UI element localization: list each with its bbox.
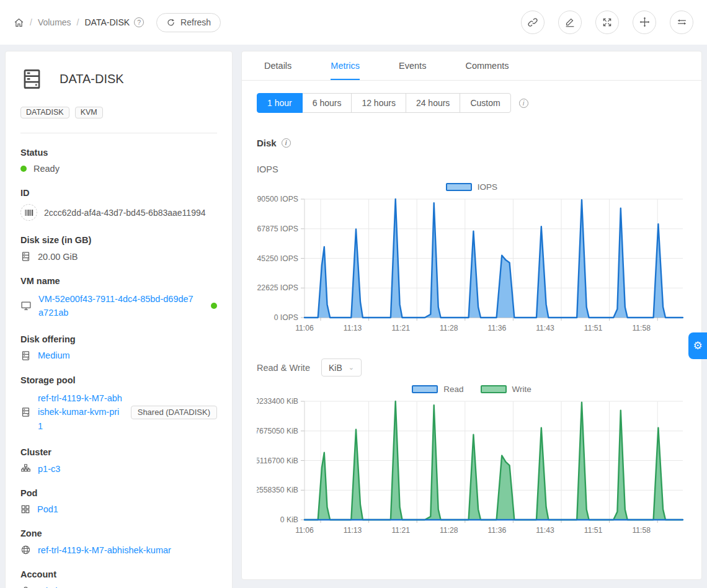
field-label: Zone <box>20 528 217 538</box>
svg-text:11:43: 11:43 <box>536 324 554 332</box>
hdd-icon <box>20 68 43 91</box>
settings-flyout-button[interactable]: ⚙ <box>688 332 707 359</box>
top-header: / Volumes / DATA-DISK ? Refresh <box>0 0 707 45</box>
unit-select[interactable]: KiB ⌄ <box>321 359 362 376</box>
breadcrumb: / Volumes / DATA-DISK ? Refresh <box>14 13 221 32</box>
time-range-24hours[interactable]: 24 hours <box>406 93 460 113</box>
tab-metrics[interactable]: Metrics <box>331 51 360 80</box>
field-label: Pod <box>20 488 217 498</box>
time-range-6hours[interactable]: 6 hours <box>302 93 352 113</box>
tab-details[interactable]: Details <box>264 51 291 80</box>
resize-icon <box>602 17 613 28</box>
read-legend-swatch <box>412 385 438 393</box>
migrate-icon <box>676 16 688 28</box>
iops-legend-swatch <box>446 183 472 191</box>
breadcrumb-separator: / <box>30 17 32 27</box>
attach-volume-button[interactable] <box>521 11 545 34</box>
svg-text:11:51: 11:51 <box>584 526 603 535</box>
tab-comments[interactable]: Comments <box>465 51 509 80</box>
hdd-icon <box>20 251 31 262</box>
field-status: Status Ready <box>20 148 217 174</box>
gear-icon: ⚙ <box>693 339 702 352</box>
write-legend-swatch <box>481 385 507 393</box>
time-range-1hour[interactable]: 1 hour <box>257 93 303 113</box>
field-id: ID 2ccc62dd-af4a-43d7-bd45-6b83aae11994 <box>20 188 217 221</box>
svg-text:2558350 KiB: 2558350 KiB <box>257 486 298 494</box>
breadcrumb-current: DATA-DISK <box>84 17 130 27</box>
storage-pool-link[interactable]: ref-trl-4119-k-M7-abhishek-kumar-kvm-pri… <box>38 391 124 433</box>
migrate-volume-button[interactable] <box>670 11 693 34</box>
field-label: Status <box>20 148 217 158</box>
read-write-chart[interactable]: 10233400 KiB7675050 KiB5116700 KiB255835… <box>257 395 688 541</box>
iops-legend-label: IOPS <box>478 182 497 192</box>
refresh-label: Refresh <box>180 17 211 27</box>
zone-link[interactable]: ref-trl-4119-k-M7-abhishek-kumar <box>38 545 171 555</box>
field-cluster: Cluster p1-c3 <box>20 447 217 474</box>
link-icon <box>527 17 538 28</box>
svg-text:11:13: 11:13 <box>344 324 362 332</box>
time-range-custom[interactable]: Custom <box>460 93 510 113</box>
globe-icon <box>20 545 31 555</box>
unit-select-value: KiB <box>329 363 342 373</box>
field-vm-name: VM name VM-52e00f43-7911-4dc4-85bd-d69de… <box>20 276 217 320</box>
svg-text:5116700 KiB: 5116700 KiB <box>257 457 298 465</box>
user-icon <box>20 586 31 588</box>
svg-text:11:58: 11:58 <box>632 526 651 535</box>
svg-text:11:28: 11:28 <box>440 526 458 535</box>
iops-chart-legend[interactable]: IOPS <box>257 182 687 192</box>
move-icon <box>639 16 651 28</box>
svg-text:11:13: 11:13 <box>344 526 362 535</box>
info-circle-icon[interactable]: i <box>282 138 291 148</box>
svg-text:0 IOPS: 0 IOPS <box>274 313 298 322</box>
iops-chart[interactable]: 90500 IOPS67875 IOPS45250 IOPS22625 IOPS… <box>257 193 688 339</box>
field-label: Account <box>20 569 217 579</box>
read-legend-label: Read <box>443 385 463 394</box>
disk-section-label: Disk <box>257 138 277 148</box>
time-range-12hours[interactable]: 12 hours <box>351 93 406 113</box>
disk-section-title: Disk i <box>257 138 687 148</box>
hdd-icon <box>20 407 31 417</box>
volume-title: DATA-DISK <box>60 72 124 86</box>
cluster-link[interactable]: p1-c3 <box>38 464 60 474</box>
home-icon[interactable] <box>14 17 24 28</box>
field-label: VM name <box>20 276 217 286</box>
disk-size-value: 20.00 GiB <box>38 252 78 262</box>
question-circle-icon[interactable]: ? <box>134 17 144 27</box>
grid-icon <box>20 504 30 514</box>
pod-link[interactable]: Pod1 <box>37 504 58 514</box>
info-circle-icon[interactable]: i <box>519 99 528 108</box>
desktop-icon <box>20 300 32 311</box>
volume-header: DATA-DISK <box>20 66 217 91</box>
field-storage-pool: Storage pool ref-trl-4119-k-M7-abhishek-… <box>20 375 217 433</box>
move-volume-button[interactable] <box>633 11 656 34</box>
read-write-row: Read & Write KiB ⌄ <box>257 359 687 376</box>
field-label: ID <box>20 188 217 198</box>
svg-text:11:21: 11:21 <box>391 324 410 332</box>
chevron-down-icon: ⌄ <box>349 363 354 372</box>
svg-text:22625 IOPS: 22625 IOPS <box>257 283 298 292</box>
svg-text:11:06: 11:06 <box>295 526 314 535</box>
iops-chart-title: IOPS <box>257 164 687 174</box>
main-content: DATA-DISK DATADISK KVM Status Ready ID <box>0 45 707 588</box>
vm-name-link[interactable]: VM-52e00f43-7911-4dc4-85bd-d69de7a721ab <box>38 292 195 320</box>
field-label: Disk offering <box>20 334 217 344</box>
reload-icon <box>166 18 176 27</box>
refresh-button[interactable]: Refresh <box>156 13 221 32</box>
tag-kvm: KVM <box>75 107 103 118</box>
resize-volume-button[interactable] <box>595 11 619 34</box>
edit-volume-button[interactable] <box>558 11 582 34</box>
field-account: Account admin <box>20 569 217 588</box>
breadcrumb-volumes[interactable]: Volumes <box>38 17 71 27</box>
disk-offering-link[interactable]: Medium <box>38 350 70 360</box>
read-write-chart-legend[interactable]: Read Write <box>257 385 687 394</box>
detail-tabs: Details Metrics Events Comments <box>242 51 701 81</box>
tab-events[interactable]: Events <box>399 51 426 80</box>
svg-text:11:36: 11:36 <box>488 526 507 535</box>
svg-text:11:51: 11:51 <box>584 324 603 332</box>
volume-tags: DATADISK KVM <box>20 107 217 118</box>
volume-id: 2ccc62dd-af4a-43d7-bd45-6b83aae11994 <box>44 208 206 218</box>
breadcrumb-separator: / <box>77 17 79 27</box>
svg-text:11:28: 11:28 <box>440 324 458 332</box>
svg-text:90500 IOPS: 90500 IOPS <box>257 195 298 203</box>
field-disk-size: Disk size (in GB) 20.00 GiB <box>20 235 217 262</box>
